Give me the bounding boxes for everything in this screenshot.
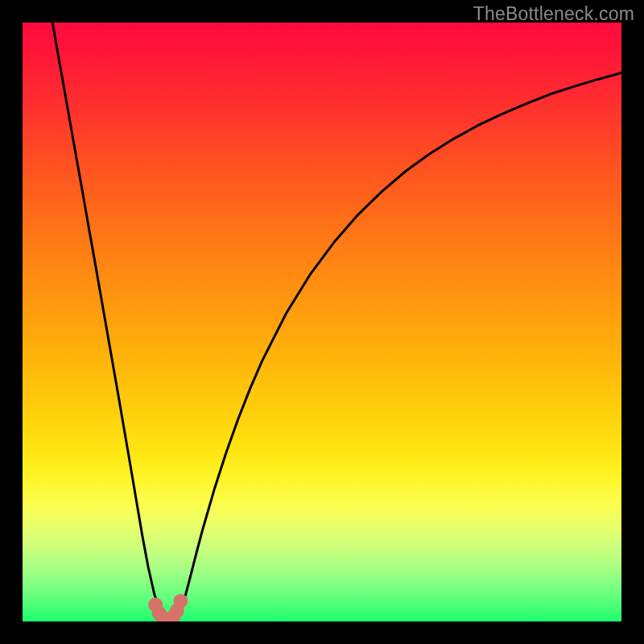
plot-area: [23, 23, 621, 621]
watermark-text: TheBottleneck.com: [473, 3, 634, 25]
chart-frame: TheBottleneck.com: [0, 0, 644, 644]
bottleneck-curve: [23, 23, 621, 621]
curve-marker: [173, 594, 188, 609]
